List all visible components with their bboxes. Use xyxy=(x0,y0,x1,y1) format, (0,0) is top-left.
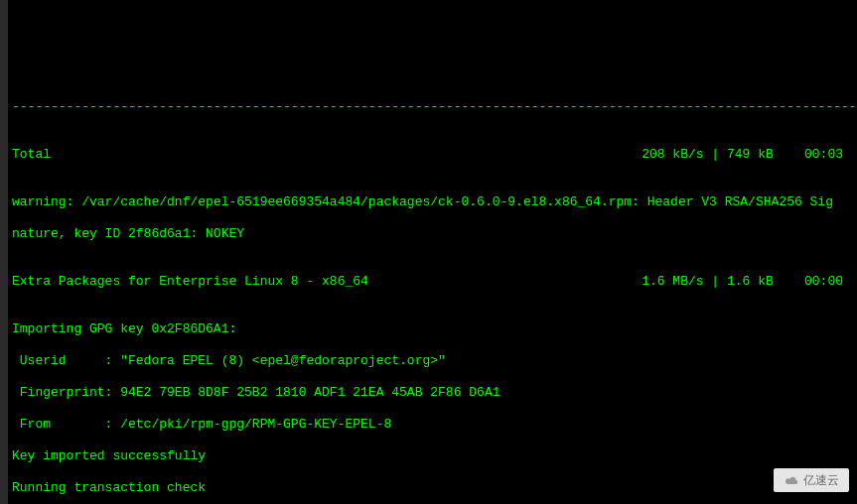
total-stats: 208 kB/s | 749 kB 00:03 xyxy=(642,147,855,163)
tx-check-line: Running transaction check xyxy=(12,480,855,496)
separator-line: ----------------------------------------… xyxy=(12,99,855,115)
cloud-icon xyxy=(784,474,799,486)
fingerprint-line: Fingerprint: 94E2 79EB 8D8F 25B2 1810 AD… xyxy=(12,385,855,401)
key-imported-line: Key imported successfully xyxy=(12,448,855,464)
total-row: Total 208 kB/s | 749 kB 00:03 xyxy=(12,147,855,163)
extra-packages-row: Extra Packages for Enterprise Linux 8 - … xyxy=(12,274,855,290)
extra-label: Extra Packages for Enterprise Linux 8 - … xyxy=(12,274,368,290)
watermark-text: 亿速云 xyxy=(803,472,839,488)
extra-stats: 1.6 MB/s | 1.6 kB 00:00 xyxy=(642,274,855,290)
from-line: From : /etc/pki/rpm-gpg/RPM-GPG-KEY-EPEL… xyxy=(12,417,855,433)
warning-line: warning: /var/cache/dnf/epel-6519ee66935… xyxy=(12,194,855,210)
userid-line: Userid : "Fedora EPEL (8) <epel@fedorapr… xyxy=(12,353,855,369)
importing-line: Importing GPG key 0x2F86D6A1: xyxy=(12,321,855,337)
nature-line: nature, key ID 2f86d6a1: NOKEY xyxy=(12,226,855,242)
editor-gutter xyxy=(0,0,8,504)
total-label: Total xyxy=(12,147,51,163)
watermark-badge: 亿速云 xyxy=(774,468,849,492)
